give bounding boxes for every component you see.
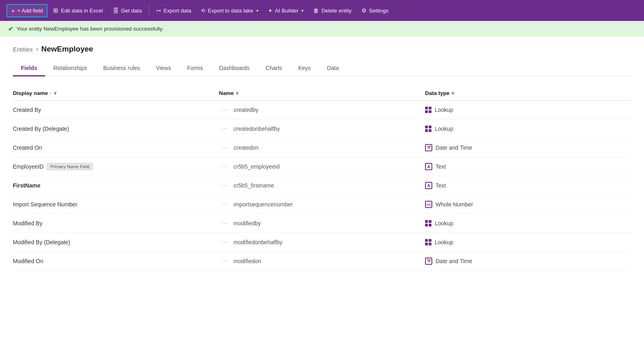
cell-name: ···cr5b5_employeeid [219, 162, 425, 171]
tab-business-rules[interactable]: Business rules [95, 61, 148, 76]
cell-data-type: Lookup [425, 126, 631, 132]
type-label: Lookup [435, 126, 453, 132]
cell-data-type: Lookup [425, 239, 631, 245]
tab-charts[interactable]: Charts [258, 61, 290, 76]
breadcrumb-current: NewEmployee [41, 45, 93, 54]
type-label: Lookup [435, 107, 453, 113]
divider-1 [149, 6, 149, 15]
type-label: Lookup [435, 220, 453, 227]
table-body: Created By···createdby LookupCreated By … [13, 101, 631, 271]
export-lake-button[interactable]: ⟲ Export to data lake ▾ [197, 5, 262, 16]
cell-display-name: Import Sequence Number [13, 201, 219, 208]
export-icon: ↦ [157, 8, 161, 14]
lookup-icon [425, 239, 431, 245]
excel-icon: ⊞ [53, 7, 58, 14]
col-header-name[interactable]: Name ∨ [219, 90, 425, 96]
settings-button[interactable]: ⚙ Settings [357, 5, 393, 16]
row-context-menu[interactable]: ··· [219, 162, 230, 171]
cell-data-type: 📅Date and Time [425, 258, 631, 265]
row-context-menu[interactable]: ··· [219, 181, 230, 190]
tab-data[interactable]: Data [319, 61, 347, 76]
cell-data-type: AText [425, 163, 631, 170]
cell-name: ···importsequencenumber [219, 200, 425, 209]
row-context-menu[interactable]: ··· [219, 143, 230, 152]
trash-icon: 🗑 [313, 7, 319, 14]
col-name-label: Name [219, 90, 234, 96]
export-lake-caret: ▾ [256, 8, 258, 13]
text-icon: A [425, 182, 432, 189]
cell-data-type: AText [425, 182, 631, 189]
tab-views[interactable]: Views [148, 61, 179, 76]
field-name-value: createdby [233, 107, 258, 113]
tab-forms[interactable]: Forms [179, 61, 211, 76]
cell-name: ···cr5b5_firstname [219, 181, 425, 190]
table-row: Created By (Delegate)···createdonbehalfb… [13, 119, 631, 138]
row-context-menu[interactable]: ··· [219, 238, 230, 247]
tab-dashboards[interactable]: Dashboards [211, 61, 258, 76]
tab-fields[interactable]: Fields [13, 61, 45, 76]
cell-data-type: Lookup [425, 220, 631, 227]
export-data-button[interactable]: ↦ Export data [153, 5, 195, 16]
type-label: Text [436, 182, 446, 189]
gear-icon: ⚙ [361, 7, 367, 14]
field-name-value: cr5b5_firstname [233, 182, 274, 189]
row-context-menu[interactable]: ··· [219, 124, 230, 133]
main-content: Entities › NewEmployee Fields Relationsh… [0, 37, 644, 271]
toolbar: + + Add field ⊞ Edit data in Excel 🗄 Get… [0, 0, 644, 21]
row-context-menu[interactable]: ··· [219, 219, 230, 228]
tab-relationships[interactable]: Relationships [45, 61, 95, 76]
delete-entity-button[interactable]: 🗑 Delete entity [309, 5, 355, 16]
filter-display-name-icon: ∨ [54, 91, 57, 96]
cell-display-name: Created By [13, 107, 219, 113]
ai-builder-caret: ▾ [301, 8, 303, 13]
col-header-display-name[interactable]: Display name ↑ ∨ [13, 90, 219, 96]
ai-builder-button[interactable]: ✦ AI Builder ▾ [264, 5, 308, 16]
cell-name: ···createdon [219, 143, 425, 152]
table-row: Modified On···modifiedon📅Date and Time [13, 252, 631, 271]
field-name-value: modifiedon [233, 258, 261, 264]
tab-keys[interactable]: Keys [290, 61, 319, 76]
cell-data-type: 123Whole Number [425, 201, 631, 208]
cell-display-name: Modified On [13, 258, 219, 264]
field-name-value: createdonbehalfby [233, 126, 280, 132]
breadcrumb-parent[interactable]: Entities [13, 46, 33, 53]
cell-display-name: Modified By [13, 220, 219, 227]
banner-message: Your entity NewEmployee has been provisi… [17, 26, 163, 32]
cell-display-name: EmployeeIDPrimary Name Field [13, 163, 219, 170]
breadcrumb: Entities › NewEmployee [13, 45, 631, 54]
get-data-button[interactable]: 🗄 Get data [109, 5, 146, 16]
cell-data-type: Lookup [425, 107, 631, 113]
row-context-menu[interactable]: ··· [219, 200, 230, 209]
table-row: FirstName···cr5b5_firstnameAText [13, 176, 631, 195]
datetime-icon: 📅 [425, 144, 432, 151]
number-icon: 123 [425, 201, 432, 208]
cell-name: ···modifiedon [219, 257, 425, 266]
type-label: Text [436, 163, 446, 170]
cell-name: ···createdby [219, 105, 425, 114]
field-name-value: importsequencenumber [233, 201, 293, 208]
type-label: Date and Time [436, 144, 472, 151]
col-display-name-label: Display name [13, 90, 48, 96]
type-label: Whole Number [436, 201, 473, 208]
lookup-icon [425, 126, 431, 132]
cell-data-type: 📅Date and Time [425, 144, 631, 151]
row-context-menu[interactable]: ··· [219, 105, 230, 114]
field-name-value: modifiedby [233, 220, 261, 227]
table-row: Modified By (Delegate)···modifiedonbehal… [13, 233, 631, 252]
col-data-type-label: Data type [425, 90, 450, 96]
type-label: Lookup [435, 239, 453, 245]
cell-display-name: Created By (Delegate) [13, 126, 219, 132]
table-row: EmployeeIDPrimary Name Field···cr5b5_emp… [13, 157, 631, 176]
lookup-icon [425, 107, 431, 113]
add-field-button[interactable]: + + Add field [6, 4, 47, 17]
lake-icon: ⟲ [201, 8, 205, 14]
cell-name: ···modifiedonbehalfby [219, 238, 425, 247]
field-name-value: createdon [233, 144, 258, 151]
col-header-data-type[interactable]: Data type ∨ [425, 90, 631, 96]
field-name-value: modifiedonbehalfby [233, 239, 282, 245]
type-label: Date and Time [436, 258, 472, 264]
edit-excel-button[interactable]: ⊞ Edit data in Excel [49, 4, 107, 16]
tabs-bar: Fields Relationships Business rules View… [13, 61, 631, 76]
row-context-menu[interactable]: ··· [219, 257, 230, 266]
filter-data-type-icon: ∨ [451, 91, 454, 96]
